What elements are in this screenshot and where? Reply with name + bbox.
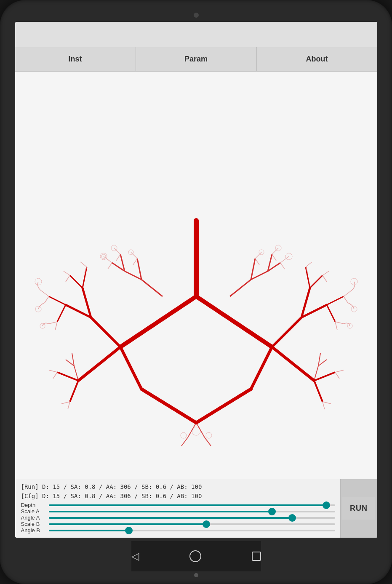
slider-thumb-1[interactable]	[268, 508, 276, 515]
slider-label-1: Scale A	[21, 508, 45, 515]
slider-track-0[interactable]	[49, 504, 335, 506]
slider-fill-1	[49, 511, 272, 512]
controls-panel: [Run] D: 15 / SA: 0.8 / AA: 306 / SB: 0.…	[15, 479, 377, 538]
slider-thumb-0[interactable]	[323, 501, 330, 509]
home-button[interactable]	[189, 550, 201, 562]
slider-fill-3	[49, 523, 206, 525]
camera	[194, 13, 199, 18]
slider-label-3: Scale B	[21, 521, 45, 527]
recents-button[interactable]	[252, 552, 261, 561]
svg-point-89	[206, 432, 212, 438]
run-button-area: RUN	[340, 479, 377, 538]
back-button[interactable]: ◁	[131, 550, 139, 562]
slider-row-angle-b: Angle B	[21, 527, 335, 533]
slider-row-depth: Depth	[21, 502, 335, 508]
tab-inst[interactable]: Inst	[15, 47, 136, 71]
slider-track-4[interactable]	[49, 530, 335, 531]
run-status: [Run] D: 15 / SA: 0.8 / AA: 306 / SB: 0.…	[21, 483, 335, 490]
sliders-container: DepthScale AAngle AScale BAngle B	[21, 502, 335, 533]
slider-fill-0	[49, 504, 327, 506]
slider-thumb-3[interactable]	[203, 520, 210, 528]
home-dot	[194, 573, 198, 577]
slider-fill-4	[49, 530, 129, 531]
svg-line-99	[205, 437, 211, 446]
run-button[interactable]: RUN	[342, 497, 375, 520]
tablet-screen: Inst Param About	[15, 22, 377, 538]
nav-bar: ◁	[131, 541, 261, 571]
slider-label-4: Angle B	[21, 527, 45, 533]
cfg-status: [Cfg] D: 15 / SA: 0.8 / AA: 306 / SB: 0.…	[21, 493, 335, 499]
slider-track-1[interactable]	[49, 511, 335, 512]
tab-bar: Inst Param About	[15, 47, 377, 72]
slider-fill-2	[49, 517, 292, 519]
tab-about[interactable]: About	[257, 47, 377, 71]
slider-row-scale-b: Scale B	[21, 521, 335, 527]
slider-row-scale-a: Scale A	[21, 508, 335, 515]
status-bar	[15, 22, 377, 47]
slider-track-3[interactable]	[49, 523, 335, 525]
slider-track-2[interactable]	[49, 517, 335, 519]
slider-thumb-4[interactable]	[125, 527, 133, 534]
svg-point-88	[181, 432, 187, 438]
tab-param[interactable]: Param	[136, 47, 257, 71]
tablet-device: Inst Param About	[0, 0, 392, 584]
slider-label-2: Angle A	[21, 515, 45, 521]
svg-line-98	[181, 437, 188, 446]
fractal-display	[15, 72, 377, 479]
slider-thumb-2[interactable]	[288, 514, 296, 522]
slider-label-0: Depth	[21, 502, 45, 508]
slider-row-angle-a: Angle A	[21, 515, 335, 521]
